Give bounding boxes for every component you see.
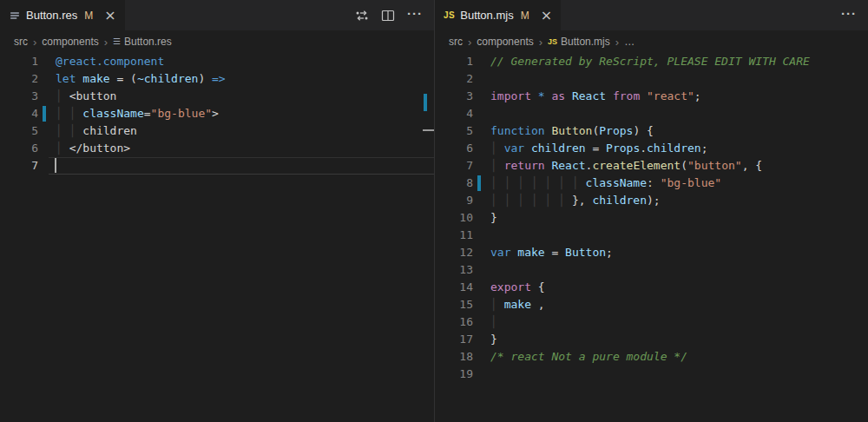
code-line-19[interactable]: 19	[435, 366, 868, 383]
breadcrumb-item[interactable]: ☰Button.res	[113, 36, 172, 48]
code-text: /* react Not a pure module */	[473, 348, 868, 366]
code-line-18[interactable]: 18/* react Not a pure module */	[435, 348, 868, 366]
code-text: │ │ className="bg-blue">	[38, 105, 434, 122]
code-line-16[interactable]: 16│	[435, 313, 868, 331]
line-number: 14	[435, 279, 473, 296]
code-line-12[interactable]: 12var make = Button;	[435, 244, 868, 261]
breadcrumb-label: Button.mjs	[561, 36, 610, 48]
code-text: var make = Button;	[473, 244, 868, 261]
code-line-11[interactable]: 11	[435, 227, 868, 244]
line-number: 7	[435, 157, 473, 175]
line-number: 4	[0, 105, 38, 122]
js-file-icon: JS	[548, 37, 557, 46]
code-text: │ │ │ │ │ │ }, children);	[473, 192, 868, 209]
code-text: export {	[473, 279, 868, 296]
code-editor-left[interactable]: 1@react.component2let make = (~children)…	[0, 53, 434, 422]
chevron-right-icon: ›	[468, 36, 471, 49]
tab-label: Button.mjs	[460, 9, 513, 22]
line-number: 7	[0, 157, 38, 175]
line-number: 12	[435, 244, 473, 261]
line-number: 3	[0, 88, 38, 105]
code-text: let make = (~children) =>	[38, 70, 434, 88]
line-number: 17	[435, 331, 473, 348]
code-line-3[interactable]: 3│ <button	[0, 88, 434, 105]
gutter-modified-indicator	[43, 106, 46, 122]
code-line-13[interactable]: 13	[435, 261, 868, 279]
code-text: │ var children = Props.children;	[473, 140, 868, 157]
line-number: 5	[0, 122, 38, 140]
code-line-4[interactable]: 4	[435, 105, 868, 122]
editor-pane-left: Button.res M × ··· src›co	[0, 0, 434, 422]
code-text	[473, 366, 868, 383]
breadcrumb-label: Button.res	[124, 36, 172, 48]
text-cursor	[55, 158, 56, 173]
breadcrumb-label: …	[624, 36, 635, 48]
line-number: 3	[435, 88, 473, 105]
code-text: │ <button	[38, 88, 434, 105]
git-modified-badge: M	[521, 10, 529, 22]
close-icon[interactable]: ×	[104, 9, 115, 23]
line-number: 11	[435, 227, 473, 244]
code-text	[473, 105, 868, 122]
breadcrumb-item[interactable]: src	[449, 36, 463, 48]
line-number: 2	[435, 70, 473, 88]
code-text: │	[473, 313, 868, 331]
breadcrumb-item[interactable]: components	[477, 36, 533, 48]
line-number: 1	[0, 53, 38, 70]
tab-label: Button.res	[26, 9, 77, 22]
code-editor-right[interactable]: 1// Generated by ReScript, PLEASE EDIT W…	[435, 53, 868, 422]
line-number: 8	[435, 175, 473, 192]
code-line-14[interactable]: 14export {	[435, 279, 868, 296]
line-number: 6	[435, 140, 473, 157]
line-number: 13	[435, 261, 473, 279]
open-changes-icon[interactable]	[355, 9, 369, 23]
code-line-9[interactable]: 9│ │ │ │ │ │ }, children);	[435, 192, 868, 209]
more-actions-icon[interactable]: ···	[407, 7, 423, 23]
code-line-5[interactable]: 5│ │ children	[0, 122, 434, 140]
editor-pane-right: JS Button.mjs M × ··· src›components›JSB…	[434, 0, 868, 422]
split-editor-icon[interactable]	[381, 9, 395, 23]
code-text: import * as React from "react";	[473, 88, 868, 105]
code-line-2[interactable]: 2let make = (~children) =>	[0, 70, 434, 88]
code-line-15[interactable]: 15│ make ,	[435, 296, 868, 313]
code-text: }	[473, 331, 868, 348]
tab-button-res[interactable]: Button.res M ×	[0, 0, 125, 30]
code-line-10[interactable]: 10}	[435, 209, 868, 227]
breadcrumb-item[interactable]: components	[42, 36, 98, 48]
line-number: 5	[435, 122, 473, 140]
breadcrumb-item[interactable]: …	[624, 36, 635, 48]
code-text: // Generated by ReScript, PLEASE EDIT WI…	[473, 53, 868, 70]
close-icon[interactable]: ×	[541, 9, 552, 23]
code-line-7[interactable]: 7	[0, 157, 434, 175]
line-number: 18	[435, 348, 473, 366]
code-line-7[interactable]: 7│ return React.createElement("button", …	[435, 157, 868, 175]
code-line-5[interactable]: 5function Button(Props) {	[435, 122, 868, 140]
code-text	[473, 70, 868, 88]
code-text: │ │ children	[38, 122, 434, 140]
code-line-4[interactable]: 4│ │ className="bg-blue">	[0, 105, 434, 122]
breadcrumb-item[interactable]: src	[14, 36, 28, 48]
code-text: }	[473, 209, 868, 227]
line-number: 16	[435, 313, 473, 331]
code-text	[473, 261, 868, 279]
chevron-right-icon: ›	[539, 36, 542, 49]
code-line-17[interactable]: 17}	[435, 331, 868, 348]
line-number: 19	[435, 366, 473, 383]
code-line-8[interactable]: 8│ │ │ │ │ │ │ className: "bg-blue"	[435, 175, 868, 192]
tab-button-mjs[interactable]: JS Button.mjs M ×	[435, 0, 561, 30]
chevron-right-icon: ›	[33, 36, 36, 49]
code-line-6[interactable]: 6│ var children = Props.children;	[435, 140, 868, 157]
code-line-6[interactable]: 6│ </button>	[0, 140, 434, 157]
code-line-1[interactable]: 1@react.component	[0, 53, 434, 70]
line-number: 10	[435, 209, 473, 227]
code-text: │ make ,	[473, 296, 868, 313]
code-line-3[interactable]: 3import * as React from "react";	[435, 88, 868, 105]
code-text: │ │ │ │ │ │ │ className: "bg-blue"	[473, 175, 868, 192]
breadcrumb-item[interactable]: JSButton.mjs	[548, 36, 610, 48]
more-actions-icon[interactable]: ···	[841, 7, 857, 23]
line-number: 9	[435, 192, 473, 209]
code-line-2[interactable]: 2	[435, 70, 868, 88]
vscode-window: Button.res M × ··· src›co	[0, 0, 868, 422]
code-text: │ return React.createElement("button", {	[473, 157, 868, 175]
code-line-1[interactable]: 1// Generated by ReScript, PLEASE EDIT W…	[435, 53, 868, 70]
